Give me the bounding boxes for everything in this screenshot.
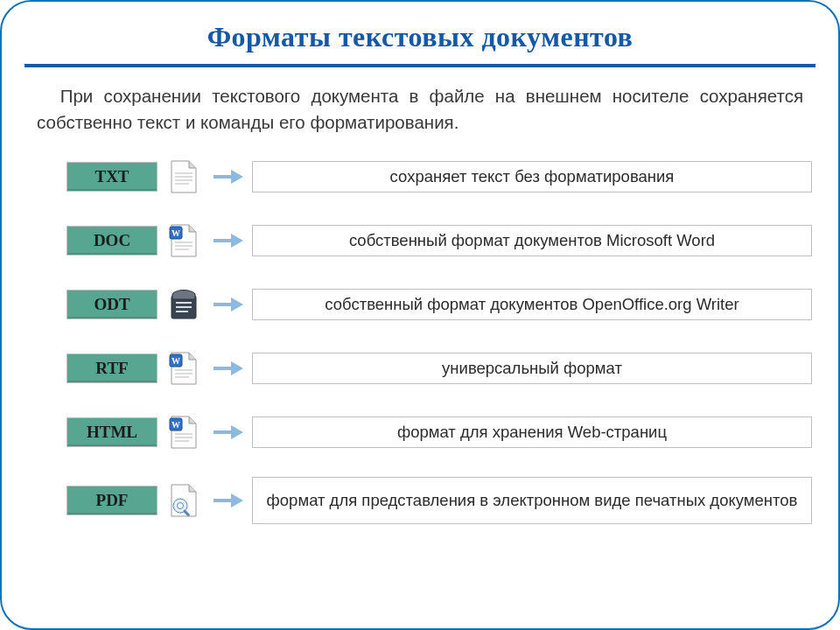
format-desc: сохраняет текст без форматирования (252, 161, 812, 192)
svg-text:W: W (172, 420, 180, 430)
slide-frame: Форматы текстовых документов При сохране… (0, 0, 840, 630)
format-badge: DOC (66, 226, 158, 256)
format-desc: собственный формат документов OpenOffice… (252, 289, 812, 320)
openoffice-icon (163, 285, 205, 324)
format-desc: универсальный формат (252, 353, 812, 384)
format-desc: формат для представления в электронном в… (252, 477, 812, 524)
svg-point-24 (178, 503, 184, 509)
format-row-pdf: PDF формат для представления в электронн… (66, 477, 812, 524)
arrow-icon (214, 171, 243, 183)
arrow-icon (214, 298, 243, 311)
format-desc: собственный формат документов Microsoft … (252, 225, 812, 256)
arrow-icon (214, 494, 243, 507)
svg-text:W: W (172, 228, 180, 238)
word-file-icon: W (163, 221, 205, 260)
format-row-rtf: RTF W универсальный формат (66, 349, 812, 388)
arrow-icon (214, 234, 243, 247)
format-row-html: HTML W формат для хранения Web-страниц (66, 413, 812, 452)
format-row-doc: DOC W собственный формат документов Micr… (66, 221, 812, 260)
format-row-txt: TXT сохраняет текст без форматирования (66, 158, 812, 196)
svg-text:W: W (172, 356, 180, 366)
html-file-icon: W (163, 413, 205, 452)
formats-list: TXT сохраняет текст без форматирования D… (18, 158, 822, 524)
format-badge: ODT (66, 290, 158, 319)
format-row-odt: ODT собственный формат документов OpenOf… (66, 285, 812, 324)
format-badge: TXT (66, 162, 158, 192)
format-badge: HTML (66, 417, 158, 447)
page-title: Форматы текстовых документов (18, 16, 822, 60)
format-badge: PDF (66, 486, 158, 515)
txt-file-icon (163, 158, 205, 196)
title-underline (24, 64, 816, 67)
format-badge: RTF (66, 354, 158, 383)
pdf-file-icon (163, 481, 205, 520)
intro-paragraph: При сохранении текстового документа в фа… (18, 83, 822, 135)
format-desc: формат для хранения Web-страниц (252, 416, 812, 448)
arrow-icon (214, 426, 243, 438)
arrow-icon (214, 362, 243, 374)
rtf-file-icon: W (163, 349, 205, 388)
